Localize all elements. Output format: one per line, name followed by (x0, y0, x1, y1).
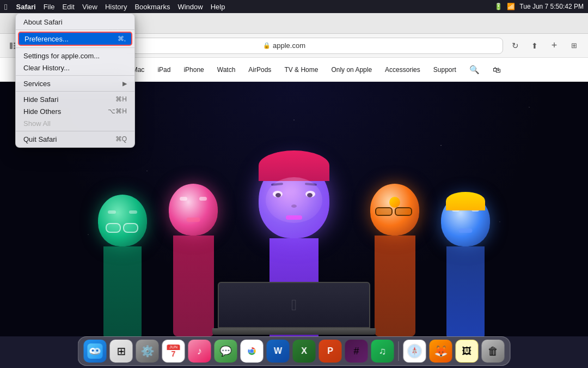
dock-divider (399, 341, 399, 361)
menu-separator-2 (16, 47, 134, 48)
nav-accessories[interactable]: Accessories (385, 66, 420, 74)
safari-dropdown-menu: About Safari Preferences... ⌘, Settings … (15, 13, 135, 148)
menu-item-hide-others[interactable]: Hide Others ⌥⌘H (16, 105, 134, 117)
nav-airpods[interactable]: AirPods (248, 66, 271, 74)
menubar-help[interactable]: Help (211, 3, 225, 11)
memoji-char-right2 (438, 195, 493, 336)
menubar-right: 🔋 📶 Tue Jun 7 5:50:42 PM (494, 3, 584, 10)
dock-icon-music[interactable]: ♪ (188, 340, 211, 363)
dock-icon-chrome[interactable] (241, 340, 264, 363)
head-pink (169, 184, 218, 236)
menu-item-services[interactable]: Services ▶ (16, 77, 134, 89)
apple-menu[interactable]:  (4, 2, 7, 11)
dock-icon-slack[interactable]: # (345, 340, 368, 363)
menubar-left:  Safari File Edit View History Bookmark… (4, 2, 225, 11)
nav-bag-icon[interactable]: 🛍 (493, 65, 501, 74)
menu-about-label: About Safari (23, 18, 63, 26)
dock-icon-spotify[interactable]: ♫ (371, 340, 394, 363)
menu-item-hide-safari[interactable]: Hide Safari ⌘H (16, 93, 134, 105)
share-button[interactable]: ⬆ (527, 38, 542, 53)
dock-icon-calendar[interactable]: JUN 7 (162, 340, 185, 363)
nav-support[interactable]: Support (433, 66, 456, 74)
nav-tv-home[interactable]: TV & Home (284, 66, 318, 74)
menu-separator-3 (16, 75, 134, 76)
dock-icon-messages[interactable]: 💬 (215, 340, 237, 363)
menu-services-label: Services (23, 80, 51, 88)
apple-logo-laptop:  (291, 297, 297, 314)
svg-point-11 (250, 349, 254, 353)
menubar-window[interactable]: Window (177, 3, 203, 11)
head-green (98, 195, 147, 246)
menu-item-clear-history[interactable]: Clear History... (16, 62, 134, 74)
menubar-time: Tue Jun 7 5:50:42 PM (519, 3, 584, 10)
svg-point-7 (92, 349, 94, 352)
menubar-file[interactable]: File (44, 3, 55, 11)
reload-button[interactable]: ↻ (507, 38, 523, 53)
head-orange (370, 184, 419, 236)
nav-watch[interactable]: Watch (217, 66, 236, 74)
svg-rect-0 (10, 43, 13, 49)
menu-item-quit[interactable]: Quit Safari ⌘Q (16, 133, 134, 145)
menu-quit-label: Quit Safari (23, 135, 57, 143)
menu-separator-4 (16, 91, 134, 92)
dock-icon-launchpad[interactable]: ⊞ (110, 340, 133, 363)
menu-separator-1 (16, 29, 134, 30)
dock-icon-finder[interactable] (84, 340, 107, 363)
nav-search-icon[interactable]: 🔍 (469, 65, 480, 75)
menu-settings-label: Settings for apple.com... (23, 52, 100, 60)
menu-item-settings[interactable]: Settings for apple.com... (16, 50, 134, 62)
nav-iphone[interactable]: iPhone (183, 66, 204, 74)
nav-only-on-apple[interactable]: Only on Apple (331, 66, 372, 74)
dock-icon-firefox[interactable]: 🦊 (430, 340, 452, 363)
menubar-safari[interactable]: Safari (16, 3, 35, 11)
menu-item-preferences[interactable]: Preferences... ⌘, (18, 32, 132, 46)
url-text: apple.com (273, 41, 305, 50)
dock-icon-preview[interactable]: 🖼 (456, 340, 479, 363)
menubar-edit[interactable]: Edit (63, 3, 75, 11)
laptop:  (212, 282, 376, 336)
menu-hide-others-shortcut: ⌥⌘H (108, 107, 127, 115)
menu-quit-shortcut: ⌘Q (115, 135, 127, 143)
menu-item-show-all: Show All (16, 117, 134, 129)
dock-icon-powerpoint[interactable]: P (319, 340, 342, 363)
menu-services-arrow: ▶ (122, 80, 127, 87)
head-center (259, 162, 329, 238)
menu-preferences-label: Preferences... (24, 35, 69, 43)
dock: ⊞ ⚙️ JUN 7 ♪ 💬 W X P # ♫ (78, 336, 511, 366)
menubar-wifi-icon: 📶 (507, 3, 515, 10)
dock-icon-safari[interactable] (403, 340, 426, 363)
menubar-bookmarks[interactable]: Bookmarks (134, 3, 170, 11)
menubar-history[interactable]: History (105, 3, 127, 11)
memoji-char-left2 (95, 195, 150, 336)
head-blue (441, 195, 490, 246)
menu-clear-history-label: Clear History... (23, 64, 70, 72)
menu-preferences-shortcut: ⌘, (118, 35, 126, 43)
menu-show-all-label: Show All (23, 119, 51, 128)
grid-button[interactable]: ⊞ (566, 38, 581, 53)
menu-hide-safari-shortcut: ⌘H (115, 95, 127, 103)
dock-icon-word[interactable]: W (267, 340, 290, 363)
menubar-battery-icon: 🔋 (494, 3, 503, 10)
menu-item-about[interactable]: About Safari (16, 16, 134, 28)
svg-point-8 (96, 349, 99, 352)
nav-ipad[interactable]: iPad (157, 66, 170, 74)
laptop-base (212, 328, 376, 335)
menu-hide-others-label: Hide Others (23, 107, 61, 116)
dock-icon-excel[interactable]: X (293, 340, 316, 363)
new-tab-button[interactable]: + (547, 38, 562, 53)
menubar:  Safari File Edit View History Bookmark… (0, 0, 588, 13)
dock-icon-system-preferences[interactable]: ⚙️ (136, 340, 159, 363)
menubar-view[interactable]: View (82, 3, 97, 11)
dock-icon-trash[interactable]: 🗑 (482, 340, 505, 363)
lock-icon: 🔒 (263, 42, 271, 49)
menu-hide-safari-label: Hide Safari (23, 95, 58, 104)
menu-separator-5 (16, 131, 134, 131)
laptop-screen:  (218, 282, 370, 328)
